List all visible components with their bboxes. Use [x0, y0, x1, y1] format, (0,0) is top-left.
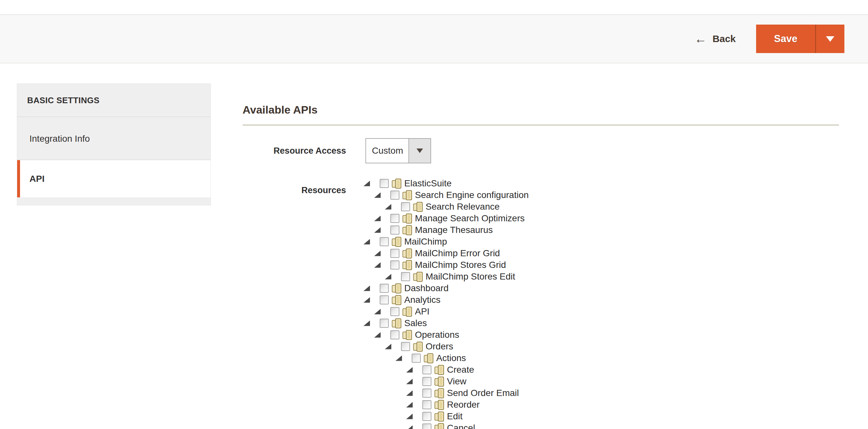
resource-checkbox[interactable]	[380, 296, 389, 304]
folder-icon	[413, 201, 424, 213]
resource-checkbox[interactable]	[380, 237, 389, 246]
folder-icon	[391, 178, 402, 189]
tree-node-label[interactable]: Manage Thesaurus	[415, 224, 493, 236]
tree-node-label[interactable]: Analytics	[404, 294, 440, 306]
tree-node-label[interactable]: MailChimp	[404, 236, 447, 247]
section-title: Available APIs	[243, 103, 317, 117]
chevron-down-icon	[826, 36, 834, 42]
expand-toggle-icon[interactable]	[406, 414, 413, 419]
expand-toggle-icon[interactable]	[374, 332, 381, 338]
resource-checkbox[interactable]	[380, 319, 389, 328]
expand-toggle-icon[interactable]	[406, 391, 413, 396]
tree-node: View	[406, 376, 529, 387]
tree-node-label[interactable]: Cancel	[447, 422, 475, 429]
expand-toggle-icon[interactable]	[364, 320, 370, 326]
tree-node: MailChimp Error Grid	[374, 247, 529, 259]
sidebar-item[interactable]: Integration Info	[17, 117, 211, 160]
expand-toggle-icon[interactable]	[385, 344, 391, 349]
resources-tree: ElasticSuite Search Engine configuration	[364, 178, 529, 429]
tree-node-label[interactable]: Create	[447, 364, 474, 376]
resource-checkbox[interactable]	[390, 214, 399, 223]
tree-node-label[interactable]: View	[447, 376, 466, 387]
resource-checkbox[interactable]	[422, 412, 431, 421]
expand-toggle-icon[interactable]	[385, 274, 391, 279]
save-split-button: Save	[756, 25, 844, 53]
tree-node: Sales	[364, 317, 529, 329]
tree-node: Search Engine configuration	[374, 189, 529, 201]
resource-checkbox[interactable]	[401, 342, 410, 351]
tree-node-label[interactable]: Reorder	[447, 399, 479, 410]
save-button[interactable]: Save	[756, 25, 815, 53]
resource-checkbox[interactable]	[422, 400, 431, 409]
expand-toggle-icon[interactable]	[374, 309, 381, 314]
expand-toggle-icon[interactable]	[364, 297, 370, 303]
sidebar-item-label: API	[29, 174, 44, 184]
expand-toggle-icon[interactable]	[364, 181, 370, 186]
back-button[interactable]: ← Back	[694, 33, 736, 45]
tree-node-label[interactable]: Manage Search Optimizers	[415, 213, 525, 224]
settings-sidebar: BASIC SETTINGS Integration Info API	[17, 84, 211, 206]
resource-checkbox[interactable]	[390, 249, 399, 258]
resource-checkbox[interactable]	[401, 272, 410, 281]
expand-toggle-icon[interactable]	[374, 227, 381, 233]
resource-checkbox[interactable]	[422, 424, 431, 429]
tree-node: MailChimp Stores Edit	[385, 271, 529, 282]
sidebar-item[interactable]: API	[17, 160, 211, 197]
tree-node-label[interactable]: Dashboard	[404, 282, 448, 294]
tree-node-label[interactable]: MailChimp Error Grid	[415, 247, 500, 259]
resource-checkbox[interactable]	[390, 307, 399, 316]
folder-icon	[391, 318, 402, 329]
tree-node: Cancel	[406, 422, 529, 429]
sidebar-nav: Integration Info API	[17, 117, 211, 197]
tree-node-label[interactable]: Search Relevance	[426, 201, 500, 213]
resource-checkbox[interactable]	[422, 377, 431, 386]
expand-toggle-icon[interactable]	[406, 379, 413, 385]
expand-toggle-icon[interactable]	[374, 263, 381, 268]
expand-toggle-icon[interactable]	[406, 367, 413, 373]
expand-toggle-icon[interactable]	[364, 239, 370, 245]
tree-node: Manage Search Optimizers	[374, 213, 529, 224]
tree-node-label[interactable]: API	[415, 306, 430, 317]
folder-icon	[402, 190, 413, 201]
folder-icon	[434, 364, 445, 376]
expand-toggle-icon[interactable]	[385, 204, 391, 210]
expand-toggle-icon[interactable]	[364, 286, 370, 291]
resource-checkbox[interactable]	[390, 261, 399, 270]
folder-icon	[402, 306, 413, 317]
resource-checkbox[interactable]	[401, 202, 410, 211]
resource-checkbox[interactable]	[390, 330, 399, 339]
expand-toggle-icon[interactable]	[396, 356, 402, 361]
resource-checkbox[interactable]	[380, 284, 389, 293]
expand-toggle-icon[interactable]	[374, 216, 381, 221]
resource-checkbox[interactable]	[422, 365, 431, 374]
resource-access-selected-value: Custom	[366, 139, 408, 163]
tree-node-label[interactable]: Actions	[436, 352, 466, 364]
resource-checkbox[interactable]	[390, 225, 399, 235]
expand-toggle-icon[interactable]	[406, 402, 413, 408]
folder-icon	[402, 259, 413, 271]
tree-node-label[interactable]: Edit	[447, 410, 462, 422]
resource-checkbox[interactable]	[412, 354, 421, 363]
tree-node-label[interactable]: Send Order Email	[447, 387, 519, 399]
resource-checkbox[interactable]	[380, 179, 389, 188]
folder-icon	[423, 353, 434, 364]
tree-node-label[interactable]: MailChimp Stores Grid	[415, 259, 506, 271]
tree-node-label[interactable]: MailChimp Stores Edit	[426, 271, 515, 282]
tree-node-label[interactable]: Search Engine configuration	[415, 189, 529, 201]
resource-checkbox[interactable]	[422, 389, 431, 398]
resource-checkbox[interactable]	[390, 190, 399, 200]
expand-toggle-icon[interactable]	[374, 251, 381, 256]
tree-node-label[interactable]: Sales	[404, 317, 427, 329]
tree-node: Dashboard	[364, 282, 529, 294]
expand-toggle-icon[interactable]	[406, 425, 413, 429]
resource-access-select[interactable]: Custom	[366, 138, 431, 163]
expand-toggle-icon[interactable]	[374, 192, 381, 198]
tree-node-label[interactable]: ElasticSuite	[404, 178, 452, 189]
tree-node: Operations	[374, 329, 529, 341]
folder-icon	[434, 423, 445, 429]
tree-node: Orders	[385, 341, 529, 352]
folder-icon	[402, 248, 413, 259]
tree-node-label[interactable]: Operations	[415, 329, 459, 341]
tree-node-label[interactable]: Orders	[426, 341, 454, 352]
save-dropdown-toggle[interactable]	[815, 25, 844, 53]
